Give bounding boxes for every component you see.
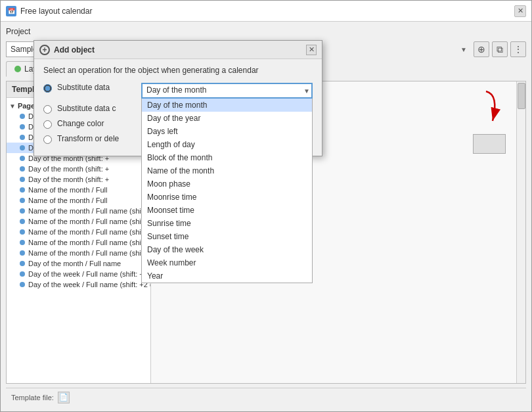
dropdown-item-sunset-time[interactable]: Sunset time bbox=[142, 230, 312, 243]
tree-item-label: Name of the month / Full name (shift: +6… bbox=[28, 249, 150, 257]
radio-substitute-data[interactable] bbox=[43, 84, 52, 93]
tree-item-dot-icon bbox=[20, 156, 25, 161]
dropdown-item-name-of-month[interactable]: Name of the month bbox=[142, 164, 312, 177]
radio-change-color-label: Change color bbox=[57, 119, 136, 128]
dropdown-item-sunrise-time[interactable]: Sunrise time bbox=[142, 217, 312, 230]
template-file-label: Template file: bbox=[11, 394, 54, 401]
tree-item-dot-icon bbox=[20, 261, 25, 266]
dialog-title: Add object bbox=[54, 45, 95, 55]
tree-item-dot-icon bbox=[20, 271, 25, 277]
tree-item-dot-icon bbox=[20, 282, 25, 287]
tree-item-label: Day of the month / Full name bbox=[28, 260, 121, 267]
add-object-dialog: + Add object ✕ Select an operation for t… bbox=[33, 40, 322, 156]
operation-dropdown[interactable]: Day of the month bbox=[141, 83, 313, 99]
tree-item-dot-icon bbox=[20, 187, 25, 193]
dialog-subtitle: Select an operation for the object when … bbox=[43, 66, 313, 75]
tree-item-label: Day of the week / Full name (shift: +1 d… bbox=[28, 270, 150, 278]
dialog-title-bar: + Add object ✕ bbox=[34, 41, 322, 59]
dropdown-item-block-of-month[interactable]: Block of the month bbox=[142, 151, 312, 164]
list-item[interactable]: Day of the month (shift: + bbox=[7, 164, 150, 174]
window-close-button[interactable]: ✕ bbox=[514, 5, 526, 17]
project-label: Project bbox=[6, 27, 526, 36]
project-add-button[interactable]: ⊕ bbox=[474, 41, 489, 57]
radio-substitute-data-c-label: Substitute data c bbox=[57, 104, 136, 113]
annotation-arrow bbox=[433, 88, 512, 141]
list-item[interactable]: Name of the month / Full bbox=[7, 195, 150, 206]
tree-item-dot-icon bbox=[20, 145, 25, 150]
dropdown-selected-value: Day of the month bbox=[146, 85, 206, 95]
dialog-content: Select an operation for the object when … bbox=[34, 59, 322, 156]
tree-collapse-icon: ▼ bbox=[9, 103, 16, 110]
dropdown-item-day-of-month[interactable]: Day of the month bbox=[142, 99, 312, 112]
dialog-close-button[interactable]: ✕ bbox=[306, 45, 317, 55]
tab-layout-dot-icon bbox=[14, 66, 21, 72]
dropdown-item-day-of-year[interactable]: Day of the year bbox=[142, 112, 312, 125]
radio-substitute-data-label: Substitute data bbox=[57, 83, 136, 92]
dialog-title-left: + Add object bbox=[39, 45, 95, 55]
tree-item-dot-icon bbox=[20, 114, 25, 119]
tree-item-label: Day of the month (shift: + bbox=[28, 175, 109, 183]
list-item[interactable]: Day of the week / Full name (shift: +1 d… bbox=[7, 269, 150, 279]
radio-change-color[interactable] bbox=[43, 120, 52, 129]
radio-row-substitute-data: Substitute data Day of the month ▼ Day o… bbox=[43, 83, 313, 99]
tree-item-dot-icon bbox=[20, 198, 25, 203]
title-bar-left: 📅 Free layout calendar bbox=[6, 6, 92, 16]
project-menu-button[interactable]: ⋮ bbox=[510, 41, 526, 57]
list-item[interactable]: Day of the month (shift: + bbox=[7, 174, 150, 185]
dropdown-item-length-of-day[interactable]: Length of day bbox=[142, 138, 312, 151]
list-item[interactable]: Name of the month / Full name (shift: +6… bbox=[7, 248, 150, 258]
radio-transform-label: Transform or dele bbox=[57, 134, 136, 143]
tree-item-dot-icon bbox=[20, 219, 25, 224]
main-window: 📅 Free layout calendar ✕ Project Sample … bbox=[0, 0, 532, 412]
right-scrollbar[interactable] bbox=[516, 81, 525, 383]
tree-item-label: Name of the month / Full name (shift: +4… bbox=[28, 228, 150, 236]
scrollbar-thumb bbox=[518, 83, 525, 109]
dropdown-list[interactable]: Day of the month Day of the year Days le… bbox=[141, 99, 313, 283]
radio-transform[interactable] bbox=[43, 135, 52, 144]
tree-item-label: Name of the month / Full bbox=[28, 196, 107, 204]
tree-item-label: Day of the week / Full name (shift: +2 d… bbox=[28, 281, 150, 288]
project-copy-button[interactable]: ⧉ bbox=[492, 41, 508, 57]
list-item[interactable]: Name of the month / Full bbox=[7, 185, 150, 195]
list-item[interactable]: Day of the week / Full name (shift: +2 d… bbox=[7, 279, 150, 290]
operation-dropdown-container: Day of the month ▼ Day of the month Day … bbox=[141, 83, 313, 99]
tree-item-dot-icon bbox=[20, 208, 25, 214]
tree-item-dot-icon bbox=[20, 124, 25, 129]
tree-item-label: Day of the month (shift: + bbox=[28, 165, 109, 173]
list-item[interactable]: Name of the month / Full name (shift: +5… bbox=[7, 237, 150, 248]
radio-substitute-data-c[interactable] bbox=[43, 105, 52, 114]
tree-item-dot-icon bbox=[20, 166, 25, 172]
list-item[interactable]: Name of the month / Full name (shift: +2… bbox=[7, 206, 150, 216]
template-file-button[interactable]: 📄 bbox=[58, 392, 70, 403]
project-select-arrow-icon: ▼ bbox=[460, 46, 467, 53]
list-item[interactable]: Name of the month / Full name (shift: +3… bbox=[7, 216, 150, 227]
dialog-container: + Add object ✕ Select an operation for t… bbox=[33, 40, 322, 156]
list-item[interactable]: Name of the month / Full name (shift: +4… bbox=[7, 227, 150, 237]
dropdown-item-week-number[interactable]: Week number bbox=[142, 256, 312, 269]
dropdown-item-moonset-time[interactable]: Moonset time bbox=[142, 204, 312, 217]
tree-item-dot-icon bbox=[20, 250, 25, 256]
tree-item-dot-icon bbox=[20, 177, 25, 182]
list-item[interactable]: Day of the month / Full name bbox=[7, 258, 150, 269]
tree-item-label: Name of the month / Full bbox=[28, 186, 107, 194]
dropdown-item-days-left[interactable]: Days left bbox=[142, 125, 312, 138]
dropdown-item-year[interactable]: Year bbox=[142, 269, 312, 283]
tree-item-dot-icon bbox=[20, 135, 25, 140]
tree-item-dot-icon bbox=[20, 229, 25, 235]
tree-item-dot-icon bbox=[20, 240, 25, 245]
dialog-add-icon: + bbox=[39, 45, 50, 55]
dropdown-item-moon-phase[interactable]: Moon phase bbox=[142, 177, 312, 191]
tree-item-label: Name of the month / Full name (shift: +3… bbox=[28, 217, 150, 225]
dropdown-item-day-of-week[interactable]: Day of the week bbox=[142, 243, 312, 256]
canvas-placeholder bbox=[473, 134, 506, 154]
tree-item-label: Name of the month / Full name (shift: +2… bbox=[28, 207, 150, 215]
tree-item-label: Name of the month / Full name (shift: +5… bbox=[28, 239, 150, 246]
title-bar: 📅 Free layout calendar ✕ bbox=[1, 1, 531, 22]
app-icon: 📅 bbox=[6, 6, 16, 16]
dropdown-item-moonrise-time[interactable]: Moonrise time bbox=[142, 191, 312, 204]
window-title: Free layout calendar bbox=[20, 7, 92, 16]
bottom-area: Template file: 📄 bbox=[6, 388, 526, 406]
